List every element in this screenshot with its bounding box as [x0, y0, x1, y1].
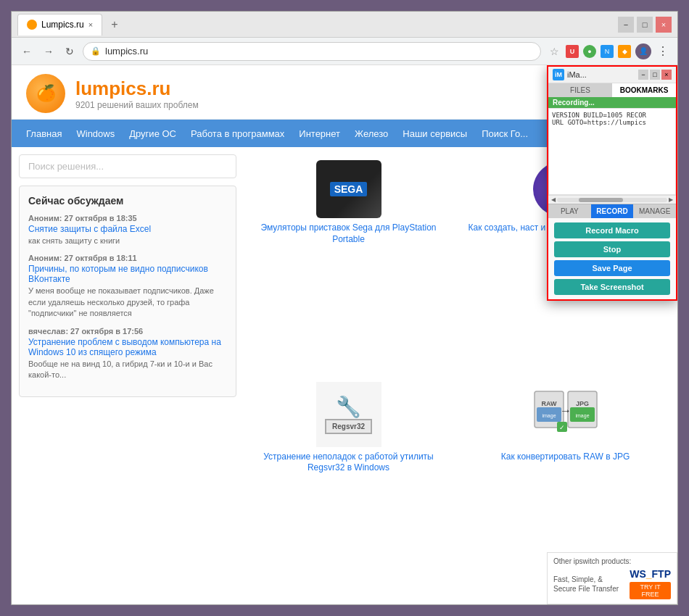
discussion-link-2[interactable]: Причины, по которым не видно подписчиков…: [28, 264, 227, 284]
browser-content: 🍊 lumpics.ru 9201 решений ваших проблем …: [12, 65, 677, 604]
browser-titlebar: Lumpics.ru × + − □ ×: [12, 12, 677, 38]
discussion-box: Сейчас обсуждаем Аноним: 27 октября в 18…: [19, 186, 236, 397]
extension-icon-3[interactable]: N: [601, 45, 614, 58]
discussion-text-3: Вообще не на винд 10, а гибрид 7-ки и 10…: [28, 359, 227, 381]
bookmark-icon[interactable]: ☆: [547, 44, 561, 59]
stop-button[interactable]: Stop: [554, 241, 670, 257]
discussion-title: Сейчас обсуждаем: [28, 195, 227, 207]
editor-line-2: URL GOTO=https://lumpics: [552, 119, 672, 126]
browser-menu-icon[interactable]: ⋮: [656, 44, 670, 59]
discussion-meta-1: Аноним: 27 октября в 18:35: [28, 214, 227, 222]
nav-other-os[interactable]: Другие ОС: [122, 128, 183, 139]
manage-tab[interactable]: MANAGE: [633, 204, 676, 218]
popup-file-tabs: FILES BOOKMARKS: [548, 83, 676, 97]
user-profile-icon[interactable]: 👤: [635, 43, 651, 59]
site-left: Поиск решения... Сейчас обсуждаем Аноним…: [19, 154, 236, 597]
record-tab[interactable]: RECORD: [591, 204, 634, 218]
take-screenshot-button[interactable]: Take Screenshot: [554, 279, 670, 295]
record-macro-button[interactable]: Record Macro: [554, 222, 670, 238]
svg-text:JPG: JPG: [575, 400, 588, 407]
svg-text:RAW: RAW: [541, 400, 557, 407]
dll-label: Regsvr32: [325, 419, 372, 434]
extension-icon-4[interactable]: ◆: [618, 45, 631, 58]
nav-services[interactable]: Наши сервисы: [395, 128, 474, 139]
ipswitch-content: Fast, Simple, & Secure File Transfer WS_…: [553, 568, 671, 599]
try-free-button[interactable]: TRY IT FREE: [630, 582, 671, 599]
search-placeholder: Поиск решения...: [28, 161, 104, 172]
scroll-left-arrow[interactable]: ◀: [550, 196, 557, 203]
forward-button[interactable]: →: [41, 44, 57, 59]
new-tab-button[interactable]: +: [107, 17, 122, 33]
sega-badge: SEGA: [330, 182, 368, 196]
ws-ftp-logo: WS_FTP: [630, 568, 671, 580]
popup-minimize-button[interactable]: −: [638, 70, 648, 80]
site-logo: 🍊: [26, 74, 65, 113]
tab-label: Lumpics.ru: [41, 20, 84, 30]
scroll-right-arrow[interactable]: ▶: [667, 196, 674, 203]
logo-emoji: 🍊: [36, 84, 56, 103]
ipswitch-ad: Other ipswitch products: Fast, Simple, &…: [547, 552, 677, 604]
back-button[interactable]: ←: [19, 44, 35, 59]
maximize-button[interactable]: □: [637, 17, 653, 33]
discussion-text-1: как снять защиту с книги: [28, 236, 227, 246]
popup-title: iMa...: [567, 70, 635, 79]
popup-restore-button[interactable]: □: [650, 70, 660, 80]
raw-image: RAW image JPG image → ✓: [533, 382, 598, 447]
discussion-meta-2: Аноним: 27 октября в 18:11: [28, 254, 227, 262]
bookmarks-tab[interactable]: BOOKMARKS: [612, 83, 676, 97]
discussion-link-1[interactable]: Снятие защиты с файла Excel: [28, 224, 227, 234]
site-brand: lumpics.ru 9201 решений ваших проблем: [75, 78, 199, 110]
tab-favicon: [27, 20, 37, 30]
play-tab[interactable]: PLAY: [548, 204, 591, 218]
raw-to-jpg-svg: RAW image JPG image → ✓: [533, 386, 598, 444]
popup-close-button[interactable]: ×: [661, 70, 672, 80]
card-sega[interactable]: SEGA Эмуляторы приставок Sega для PlaySt…: [244, 154, 453, 369]
files-tab[interactable]: FILES: [548, 83, 612, 97]
nav-home[interactable]: Главная: [19, 128, 69, 139]
window-controls: − □ ×: [618, 17, 672, 33]
list-item: вячеслав: 27 октября в 17:56 Устранение …: [28, 327, 227, 381]
toolbar-icons: ☆ U ● N ◆ 👤 ⋮: [547, 43, 670, 59]
address-bar[interactable]: 🔒 lumpics.ru: [83, 42, 541, 61]
imacros-icon-label: iM: [555, 71, 562, 78]
nav-internet[interactable]: Интернет: [292, 128, 347, 139]
recording-status: Recording...: [548, 97, 676, 108]
card-dll[interactable]: 🔧 Regsvr32 Устранение неполадок с работо…: [244, 376, 453, 598]
extension-icon-2[interactable]: ●: [583, 45, 596, 58]
scrollbar-track[interactable]: [557, 198, 667, 202]
browser-window: Lumpics.ru × + − □ × ← → ↻ 🔒 lumpics.ru …: [11, 11, 678, 605]
nav-hardware[interactable]: Железо: [347, 128, 395, 139]
svg-text:image: image: [575, 413, 589, 419]
refresh-button[interactable]: ↻: [62, 44, 77, 59]
svg-text:✓: ✓: [559, 424, 565, 431]
imacros-popup: iM iMa... − □ × FILES BOOKMARKS Recordin…: [547, 65, 677, 301]
site-search-box[interactable]: Поиск решения...: [19, 154, 236, 178]
active-tab[interactable]: Lumpics.ru ×: [17, 14, 102, 36]
scrollbar-thumb[interactable]: [579, 198, 623, 202]
ipswitch-title: Other ipswitch products:: [553, 557, 671, 565]
list-item: Аноним: 27 октября в 18:35 Снятие защиты…: [28, 214, 227, 246]
imacros-icon: iM: [553, 69, 564, 80]
list-item: Аноним: 27 октября в 18:11 Причины, по к…: [28, 254, 227, 319]
save-page-button[interactable]: Save Page: [554, 260, 670, 276]
nav-search[interactable]: Поиск Го...: [474, 128, 535, 139]
popup-editor[interactable]: VERSION BUILD=1005 RECOR URL GOTO=https:…: [548, 108, 676, 195]
popup-win-buttons: − □ ×: [638, 70, 672, 80]
tab-close-button[interactable]: ×: [88, 20, 93, 29]
popup-buttons: Record Macro Stop Save Page Take Screens…: [548, 218, 676, 299]
discussion-link-3[interactable]: Устранение проблем с выводом компьютера …: [28, 337, 227, 357]
popup-titlebar: iM iMa... − □ ×: [548, 67, 676, 83]
site-tagline: 9201 решений ваших проблем: [75, 100, 199, 110]
card-title-dll: Устранение неполадок с работой утилиты R…: [249, 451, 447, 474]
discussion-text-2: У меня вообще не показывает подписчиков.…: [28, 286, 227, 319]
popup-scrollbar[interactable]: ◀ ▶: [548, 195, 676, 204]
nav-programs[interactable]: Работа в программах: [183, 128, 292, 139]
editor-line-1: VERSION BUILD=1005 RECOR: [552, 112, 672, 119]
sega-image: SEGA: [316, 160, 381, 218]
extension-icon-1[interactable]: U: [566, 45, 579, 58]
minimize-button[interactable]: −: [618, 17, 634, 33]
close-button[interactable]: ×: [656, 17, 672, 33]
address-text: lumpics.ru: [105, 46, 148, 57]
ipswitch-text: Fast, Simple, & Secure File Transfer: [553, 575, 625, 594]
nav-windows[interactable]: Windows: [69, 128, 122, 139]
